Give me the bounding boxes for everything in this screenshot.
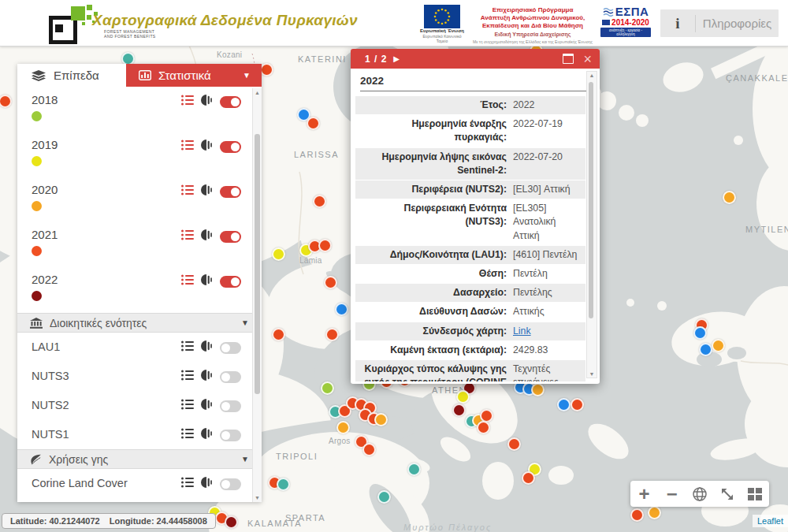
fire-marker[interactable] <box>452 404 466 417</box>
fire-marker[interactable] <box>260 63 273 76</box>
leaflet-attribution[interactable]: Leaflet <box>753 515 788 527</box>
fire-marker[interactable] <box>522 471 535 485</box>
opacity-button[interactable] <box>201 95 213 109</box>
fire-marker[interactable] <box>712 339 725 352</box>
fire-marker[interactable] <box>307 117 320 130</box>
fire-marker[interactable] <box>121 52 135 65</box>
attribute-label: Καμένη έκταση (εκτάρια): <box>355 341 511 359</box>
fire-marker[interactable] <box>507 437 521 451</box>
fire-marker[interactable] <box>693 326 707 340</box>
fire-marker[interactable] <box>225 515 238 529</box>
layer-toggle[interactable] <box>220 400 241 412</box>
fire-marker[interactable] <box>272 328 285 341</box>
layer-toggle[interactable] <box>220 371 241 383</box>
legend-list-button[interactable] <box>181 399 194 413</box>
fire-marker[interactable] <box>321 381 334 395</box>
fire-marker[interactable] <box>630 508 644 522</box>
fire-marker[interactable] <box>374 413 388 426</box>
opacity-button[interactable] <box>201 274 213 288</box>
fire-marker[interactable] <box>377 490 391 504</box>
bank-icon <box>30 318 43 329</box>
map-link[interactable]: Link <box>513 326 531 337</box>
layer-toggle[interactable] <box>220 430 241 441</box>
tab-layers[interactable]: Επίπεδα <box>17 64 126 87</box>
tab-statistics[interactable]: Στατιστικά ▼ <box>126 64 262 87</box>
scroll-down-icon[interactable]: ▼ <box>253 495 262 500</box>
close-icon[interactable]: × <box>583 52 592 66</box>
fire-marker[interactable] <box>407 463 421 476</box>
layer-color-dot <box>32 246 42 256</box>
legend-list-button[interactable] <box>181 184 194 199</box>
fire-marker[interactable] <box>313 195 326 208</box>
scrollbar-thumb[interactable] <box>255 134 260 394</box>
fire-marker[interactable] <box>335 303 348 316</box>
globe-button[interactable] <box>688 482 712 506</box>
legend-list-button[interactable] <box>181 477 194 491</box>
map-place-label: Argos <box>329 437 351 445</box>
opacity-button[interactable] <box>201 229 213 244</box>
opacity-button[interactable] <box>201 399 213 413</box>
legend-list-button[interactable] <box>181 229 194 244</box>
attribute-label: Περιφερειακή Ενότητα (NUTS3): <box>355 199 511 245</box>
section-header[interactable]: Διοικητικές ενότητες ▼ <box>17 313 262 333</box>
fullscreen-button[interactable] <box>716 482 739 506</box>
layer-toggle[interactable] <box>220 141 241 153</box>
legend-list-button[interactable] <box>181 340 194 355</box>
legend-list-button[interactable] <box>181 370 194 384</box>
scroll-up-icon[interactable]: ▲ <box>253 90 262 95</box>
legend-list-button[interactable] <box>181 274 194 288</box>
zoom-out-button[interactable]: − <box>660 482 684 506</box>
next-feature-icon[interactable]: ▶ <box>393 54 400 63</box>
sidebar-scrollbar[interactable]: ▲ ▼ <box>252 88 262 502</box>
fire-marker[interactable] <box>0 95 12 108</box>
attribute-label: Διεύθυνση Δασών: <box>355 303 511 321</box>
fire-marker[interactable] <box>648 506 661 519</box>
layer-toggle[interactable] <box>220 186 241 198</box>
fire-marker[interactable] <box>456 390 470 404</box>
opacity-button[interactable] <box>201 184 213 199</box>
legend-list-button[interactable] <box>181 428 194 442</box>
fire-marker[interactable] <box>699 343 712 356</box>
basemap-grid-button[interactable] <box>743 482 767 506</box>
legend-list-button[interactable] <box>181 140 194 154</box>
section-title: Χρήσεις γης <box>49 453 108 466</box>
fire-marker[interactable] <box>480 409 493 422</box>
fire-marker[interactable] <box>336 421 350 434</box>
fire-marker[interactable] <box>477 421 490 434</box>
layer-toggle[interactable] <box>220 276 241 288</box>
attribute-row: Διεύθυνση Δασών: Αττικής <box>355 303 585 321</box>
layer-toggle[interactable] <box>220 478 241 490</box>
popup-scrollbar[interactable]: ▲ ▼ <box>586 71 597 378</box>
fire-marker[interactable] <box>557 398 571 411</box>
attribute-row: Ημερομηνία έναρξης πυρκαγιάς: 2022-07-19 <box>355 115 585 147</box>
opacity-button[interactable] <box>201 370 213 384</box>
layer-toggle[interactable] <box>220 231 241 243</box>
fire-marker[interactable] <box>272 247 285 261</box>
fire-marker[interactable] <box>324 276 337 289</box>
fire-marker[interactable] <box>723 191 736 204</box>
fire-marker[interactable] <box>362 443 376 456</box>
scroll-up-icon[interactable]: ▲ <box>587 73 597 78</box>
scroll-down-icon[interactable]: ▼ <box>587 371 597 377</box>
section-header[interactable]: Χρήσεις γης ▼ <box>17 449 262 469</box>
fire-marker[interactable] <box>318 239 332 252</box>
fire-marker[interactable] <box>571 398 584 411</box>
fire-marker[interactable] <box>325 328 339 341</box>
list-icon <box>181 370 194 381</box>
programme-text: Επιχειρησιακό Πρόγραμμα Ανάπτυξη Ανθρώπι… <box>470 6 596 45</box>
legend-list-button[interactable] <box>181 95 194 109</box>
layer-toggle[interactable] <box>220 342 241 354</box>
info-button[interactable]: i Πληροφορίες <box>660 9 779 37</box>
zoom-in-button[interactable]: + <box>633 482 656 506</box>
scrollbar-thumb[interactable] <box>589 82 593 318</box>
maximize-icon[interactable] <box>563 54 574 64</box>
opacity-button[interactable] <box>201 340 213 355</box>
layer-toggle[interactable] <box>220 96 241 108</box>
fire-marker[interactable] <box>277 478 290 491</box>
popup-pager: 1 / 2 <box>365 54 387 65</box>
fire-marker[interactable] <box>531 383 545 396</box>
opacity-button[interactable] <box>201 428 213 442</box>
opacity-button[interactable] <box>201 140 213 154</box>
attribute-row: Περιφέρεια (NUTS2): [EL30] Αττική <box>355 180 585 199</box>
opacity-button[interactable] <box>201 477 213 491</box>
